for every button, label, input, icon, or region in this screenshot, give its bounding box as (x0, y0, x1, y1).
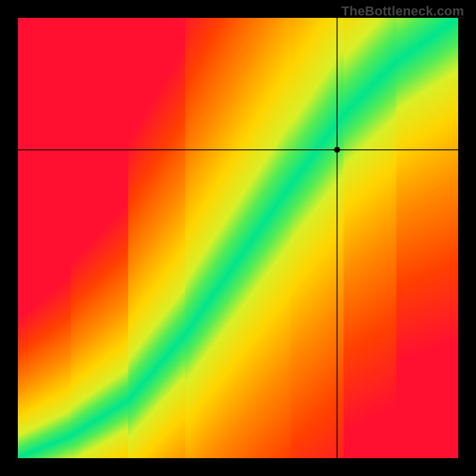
watermark-label: TheBottleneck.com (342, 4, 464, 19)
crosshair-overlay (0, 0, 476, 476)
chart-frame: TheBottleneck.com (0, 0, 476, 476)
